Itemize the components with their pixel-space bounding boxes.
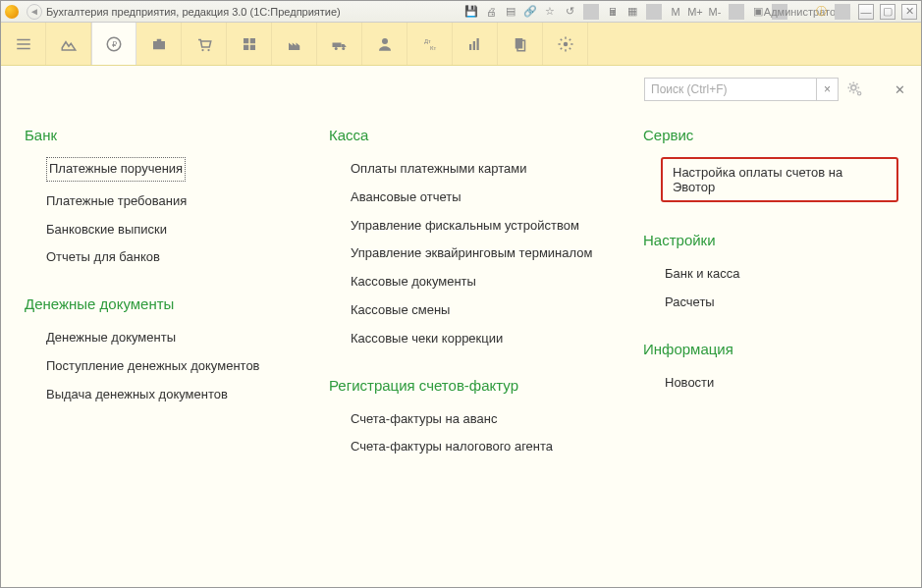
- close-panel-button[interactable]: ✕: [892, 81, 907, 97]
- tab-grid[interactable]: [227, 23, 272, 65]
- link-icon[interactable]: 🔗: [522, 4, 538, 20]
- svg-rect-6: [156, 38, 161, 40]
- column-3: Сервис Настройка оплаты счетов на Эвотор…: [643, 127, 898, 461]
- separator: [583, 4, 599, 20]
- svg-point-14: [334, 47, 337, 50]
- titlebar-tools: 💾 🖨 ▤ 🔗 ☆ ↺ 🖩 ▦ M M+ M- ▣ Администратор …: [463, 4, 917, 20]
- tab-menu[interactable]: [1, 23, 46, 65]
- heading-invoices: Регистрация счетов-фактур: [329, 377, 604, 394]
- search-clear-button[interactable]: ×: [816, 79, 838, 100]
- memory-m-minus[interactable]: M-: [707, 4, 723, 20]
- tab-finance[interactable]: ₽: [91, 23, 136, 65]
- svg-rect-11: [244, 44, 248, 49]
- heading-bank: Банк: [25, 127, 290, 143]
- app-icon: [5, 5, 19, 19]
- column-1: Банк Платежные поручения Платежные требо…: [25, 127, 290, 461]
- section-info: Информация Новости: [643, 341, 898, 398]
- svg-rect-0: [17, 38, 30, 40]
- tab-briefcase[interactable]: [136, 23, 182, 65]
- item-cash-shifts[interactable]: Кассовые смены: [329, 296, 604, 325]
- heading-money-docs: Денежные документы: [25, 295, 290, 312]
- search-input[interactable]: [645, 79, 816, 100]
- document-icon[interactable]: ▤: [503, 4, 518, 20]
- item-money-docs-in[interactable]: Поступление денежных документов: [25, 352, 290, 381]
- history-icon[interactable]: ↺: [562, 4, 577, 20]
- item-acquiring-terminal[interactable]: Управление эквайринговым терминалом: [329, 240, 604, 268]
- search-box: ×: [644, 78, 839, 101]
- svg-rect-20: [472, 41, 474, 50]
- user-label[interactable]: Администратор: [793, 4, 809, 20]
- window-title: Бухгалтерия предприятия, редакция 3.0 (1…: [46, 6, 341, 18]
- memory-m[interactable]: M: [668, 4, 683, 20]
- user-name: Администратор: [795, 4, 811, 20]
- item-bank-kassa-settings[interactable]: Банк и касса: [643, 260, 898, 289]
- tab-truck[interactable]: [317, 23, 362, 65]
- svg-point-7: [201, 48, 203, 50]
- tab-docs[interactable]: [498, 23, 543, 65]
- svg-rect-9: [244, 38, 248, 43]
- svg-rect-10: [249, 38, 254, 43]
- svg-point-8: [207, 48, 209, 50]
- item-news[interactable]: Новости: [643, 369, 898, 398]
- close-button[interactable]: ✕: [901, 4, 917, 20]
- calendar-icon[interactable]: ▦: [624, 4, 640, 20]
- svg-rect-21: [476, 38, 478, 50]
- tab-factory[interactable]: [272, 23, 317, 65]
- separator: [646, 4, 662, 20]
- item-money-docs[interactable]: Денежные документы: [25, 324, 290, 352]
- separator: [835, 4, 850, 20]
- save-icon[interactable]: 💾: [463, 4, 479, 20]
- svg-point-15: [342, 47, 345, 50]
- memory-m-plus[interactable]: M+: [687, 4, 703, 20]
- tab-cart[interactable]: [182, 23, 227, 65]
- svg-text:₽: ₽: [112, 40, 117, 49]
- item-advance-invoices[interactable]: Счета-фактуры на аванс: [329, 405, 604, 434]
- section-kassa: Касса Оплаты платежными картами Авансовы…: [329, 127, 604, 353]
- heading-kassa: Касса: [329, 127, 604, 143]
- minimize-button[interactable]: —: [858, 4, 874, 20]
- svg-rect-13: [332, 42, 341, 47]
- main-toolbar: ₽ ДтКт: [1, 23, 921, 66]
- section-invoices: Регистрация счетов-фактур Счета-фактуры …: [329, 377, 604, 462]
- tab-person[interactable]: [362, 23, 407, 65]
- calculator-icon[interactable]: 🖩: [605, 4, 621, 20]
- svg-rect-2: [17, 47, 30, 49]
- item-payment-orders[interactable]: Платежные поручения: [46, 157, 186, 182]
- section-money-docs: Денежные документы Денежные документы По…: [25, 295, 290, 408]
- svg-text:Кт: Кт: [430, 45, 436, 51]
- star-icon[interactable]: ☆: [542, 4, 558, 20]
- item-tax-agent-invoices[interactable]: Счета-фактуры налогового агента: [329, 433, 604, 461]
- tab-activity[interactable]: [46, 23, 91, 65]
- item-calculations[interactable]: Расчеты: [643, 289, 898, 317]
- separator: [729, 4, 744, 20]
- gear-icon[interactable]: [844, 79, 866, 100]
- tab-settings[interactable]: [543, 23, 588, 65]
- item-fiscal-device[interactable]: Управление фискальным устройством: [329, 212, 604, 241]
- content-area: × ✕ Банк Платежные поручения Платежные т…: [1, 66, 921, 587]
- tab-dk[interactable]: ДтКт: [407, 23, 453, 65]
- info-icon[interactable]: ⓘ: [813, 4, 829, 20]
- print-icon[interactable]: 🖨: [483, 4, 499, 20]
- item-evotor-settings[interactable]: Настройка оплаты счетов на Эвотор: [661, 157, 898, 202]
- tab-chart[interactable]: [453, 23, 498, 65]
- item-advance-reports[interactable]: Авансовые отчеты: [329, 184, 604, 212]
- maximize-button[interactable]: ▢: [880, 4, 895, 20]
- titlebar: ◄ Бухгалтерия предприятия, редакция 3.0 …: [1, 1, 921, 23]
- section-service: Сервис Настройка оплаты счетов на Эвотор: [643, 127, 898, 208]
- item-cash-docs[interactable]: Кассовые документы: [329, 268, 604, 296]
- search-row: × ✕: [15, 78, 907, 101]
- item-card-payments[interactable]: Оплаты платежными картами: [329, 155, 604, 184]
- section-settings: Настройки Банк и касса Расчеты: [643, 232, 898, 317]
- column-2: Касса Оплаты платежными картами Авансовы…: [329, 127, 604, 461]
- item-bank-reports[interactable]: Отчеты для банков: [25, 243, 290, 272]
- item-cash-corrections[interactable]: Кассовые чеки коррекции: [329, 325, 604, 353]
- item-money-docs-out[interactable]: Выдача денежных документов: [25, 381, 290, 409]
- heading-service: Сервис: [643, 127, 898, 143]
- item-bank-statements[interactable]: Банковские выписки: [25, 216, 290, 244]
- back-button[interactable]: ◄: [27, 4, 42, 20]
- columns: Банк Платежные поручения Платежные требо…: [15, 127, 907, 461]
- item-payment-requests[interactable]: Платежные требования: [25, 187, 290, 216]
- svg-text:Дт: Дт: [424, 38, 431, 44]
- svg-rect-19: [469, 44, 471, 50]
- svg-point-24: [563, 41, 568, 46]
